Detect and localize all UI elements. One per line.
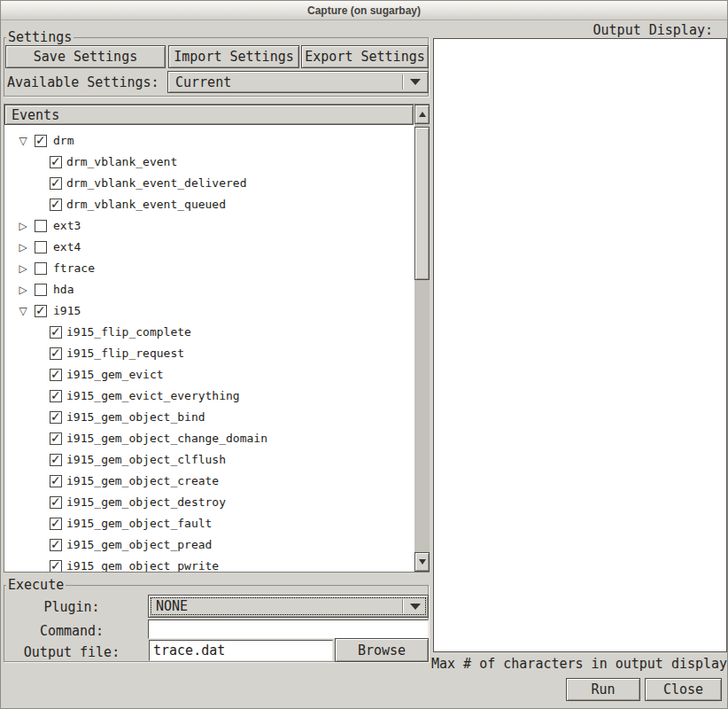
events-column-header[interactable]: Events bbox=[4, 105, 414, 125]
event-checkbox[interactable]: ✓ bbox=[50, 539, 62, 551]
event-label[interactable]: i915 bbox=[53, 304, 81, 317]
event-checkbox[interactable]: ✓ bbox=[50, 475, 62, 487]
expander-collapsed-icon[interactable]: ▷ bbox=[16, 261, 30, 276]
capture-window: Capture (on sugarbay) Settings Save Sett… bbox=[0, 0, 728, 709]
event-checkbox[interactable]: ✓ bbox=[50, 560, 62, 572]
save-settings-button[interactable]: Save Settings bbox=[5, 45, 166, 68]
checkmark-icon: ✓ bbox=[50, 197, 61, 211]
event-checkbox[interactable]: ✓ bbox=[50, 432, 62, 445]
event-label[interactable]: i915_gem_object_bind bbox=[66, 410, 205, 424]
arrow-down-icon bbox=[419, 559, 426, 565]
event-checkbox[interactable]: ✓ bbox=[50, 156, 62, 168]
max-chars-label: Max # of characters in output display bbox=[431, 656, 727, 672]
event-label[interactable]: i915_gem_object_destroy bbox=[66, 495, 226, 509]
tree-row: ▷ftrace bbox=[4, 259, 414, 280]
event-label[interactable]: i915_gem_object_pwrite bbox=[66, 559, 219, 572]
event-label[interactable]: i915_gem_object_pread bbox=[66, 538, 212, 551]
event-checkbox[interactable]: ✓ bbox=[35, 305, 47, 317]
event-label[interactable]: ftrace bbox=[53, 261, 95, 275]
close-button[interactable]: Close bbox=[645, 678, 722, 701]
tree-row: ✓i915_gem_object_change_domain bbox=[4, 429, 414, 450]
event-checkbox[interactable]: ✓ bbox=[50, 326, 62, 339]
tree-row: ✓i915_flip_request bbox=[4, 344, 414, 365]
checkmark-icon: ✓ bbox=[50, 367, 61, 381]
tree-row: ✓i915_gem_object_clflush bbox=[4, 450, 414, 471]
event-label[interactable]: drm_vblank_event bbox=[66, 155, 177, 168]
event-checkbox[interactable]: ✓ bbox=[50, 199, 62, 211]
event-checkbox[interactable]: ✓ bbox=[50, 496, 62, 509]
available-settings-label: Available Settings: bbox=[7, 75, 159, 90]
execute-frame-label: Execute bbox=[6, 578, 66, 592]
event-checkbox[interactable] bbox=[35, 284, 47, 296]
tree-row: ▽✓drm bbox=[4, 131, 414, 152]
event-checkbox[interactable] bbox=[35, 262, 47, 275]
event-label[interactable]: i915_gem_object_create bbox=[66, 474, 219, 487]
available-settings-value: Current bbox=[168, 74, 402, 90]
expander-collapsed-icon[interactable]: ▷ bbox=[16, 240, 30, 254]
event-checkbox[interactable]: ✓ bbox=[50, 347, 62, 360]
run-button[interactable]: Run bbox=[566, 678, 640, 701]
event-checkbox[interactable]: ✓ bbox=[50, 411, 62, 424]
tree-row: ✓i915_gem_evict bbox=[4, 365, 414, 386]
scroll-down-button[interactable] bbox=[414, 552, 430, 572]
event-checkbox[interactable]: ✓ bbox=[50, 518, 62, 530]
output-file-input[interactable] bbox=[149, 640, 333, 661]
events-scrollbar[interactable] bbox=[414, 105, 430, 572]
export-settings-button[interactable]: Export Settings bbox=[301, 45, 429, 68]
arrow-up-icon bbox=[419, 112, 426, 117]
event-checkbox[interactable]: ✓ bbox=[50, 390, 62, 402]
event-checkbox[interactable]: ✓ bbox=[50, 454, 62, 466]
event-label[interactable]: ext3 bbox=[53, 219, 81, 232]
event-checkbox[interactable] bbox=[35, 220, 47, 232]
expander-expanded-icon[interactable]: ▽ bbox=[16, 304, 30, 318]
checkmark-icon: ✓ bbox=[50, 388, 61, 402]
tree-row: ✓i915_gem_object_destroy bbox=[4, 493, 414, 514]
checkmark-icon: ✓ bbox=[50, 409, 61, 424]
output-file-label: Output file: bbox=[1, 645, 143, 659]
event-checkbox[interactable]: ✓ bbox=[50, 177, 62, 190]
titlebar[interactable]: Capture (on sugarbay) bbox=[1, 1, 727, 20]
import-settings-button[interactable]: Import Settings bbox=[168, 45, 299, 68]
tree-row: ✓drm_vblank_event bbox=[4, 152, 414, 174]
event-label[interactable]: drm bbox=[53, 134, 74, 147]
tree-row: ✓i915_gem_object_bind bbox=[4, 408, 414, 429]
export-settings-label: Export Settings bbox=[305, 49, 424, 65]
expander-expanded-icon[interactable]: ▽ bbox=[16, 134, 30, 148]
close-label: Close bbox=[663, 682, 703, 697]
checkmark-icon: ✓ bbox=[50, 495, 61, 509]
plugin-value: NONE bbox=[149, 598, 402, 614]
checkmark-icon: ✓ bbox=[50, 452, 61, 466]
expander-collapsed-icon[interactable]: ▷ bbox=[16, 283, 30, 297]
browse-button[interactable]: Browse bbox=[335, 638, 429, 662]
event-label[interactable]: i915_flip_complete bbox=[66, 325, 191, 339]
import-settings-label: Import Settings bbox=[174, 49, 293, 65]
expander-collapsed-icon[interactable]: ▷ bbox=[16, 219, 30, 233]
plugin-combobox[interactable]: NONE bbox=[148, 595, 429, 618]
checkmark-icon: ✓ bbox=[50, 537, 61, 551]
scrollbar-thumb[interactable] bbox=[414, 127, 430, 280]
command-label: Command: bbox=[1, 624, 143, 638]
event-label[interactable]: i915_gem_object_change_domain bbox=[66, 432, 267, 445]
tree-row: ✓i915_gem_object_create bbox=[4, 471, 414, 493]
event-label[interactable]: i915_gem_evict_everything bbox=[66, 389, 240, 402]
event-label[interactable]: ext4 bbox=[53, 240, 81, 253]
event-checkbox[interactable] bbox=[35, 241, 47, 253]
tree-row: ✓drm_vblank_event_delivered bbox=[4, 174, 414, 195]
event-label[interactable]: i915_gem_object_fault bbox=[66, 517, 212, 530]
event-checkbox[interactable]: ✓ bbox=[50, 369, 62, 381]
event-label[interactable]: drm_vblank_event_delivered bbox=[66, 176, 247, 190]
checkmark-icon: ✓ bbox=[50, 558, 61, 572]
scroll-up-button[interactable] bbox=[414, 105, 430, 124]
command-input[interactable] bbox=[148, 619, 429, 639]
event-checkbox[interactable]: ✓ bbox=[35, 135, 47, 147]
tree-row: ✓i915_gem_object_pread bbox=[4, 535, 414, 557]
event-label[interactable]: i915_flip_request bbox=[66, 347, 184, 360]
output-display-area[interactable] bbox=[433, 38, 727, 652]
event-label[interactable]: i915_gem_evict bbox=[66, 368, 164, 381]
event-label[interactable]: drm_vblank_event_queued bbox=[66, 198, 226, 211]
event-label[interactable]: i915_gem_object_clflush bbox=[66, 453, 226, 466]
run-label: Run bbox=[591, 682, 615, 697]
event-label[interactable]: hda bbox=[53, 283, 74, 296]
available-settings-combobox[interactable]: Current bbox=[167, 71, 429, 93]
output-display-label: Output Display: bbox=[593, 23, 713, 37]
